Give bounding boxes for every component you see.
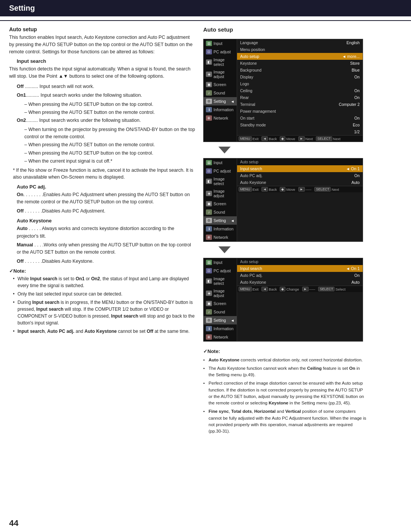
footer2-move: ◆ Move [280, 187, 295, 192]
row-page-value: 1/2 [354, 129, 360, 134]
row-inputsearch-label-3: Input search [240, 266, 262, 271]
sidebar-item-imgadj-1[interactable]: ◈ Image adjust [204, 68, 237, 80]
row-powermgmt-label: Power management [240, 109, 276, 113]
sidebar-label-screen-1: Screen [213, 82, 226, 87]
footer2-label-dashes: ----- [306, 187, 312, 192]
imgadj-icon-2: ◈ [206, 191, 212, 196]
row-inputsearch-3[interactable]: Input search ◄ On 1 [237, 265, 363, 272]
on2-sub4: – When the current input signal is cut o… [24, 158, 196, 165]
imgsel-icon-1: ◧ [206, 59, 212, 65]
sidebar-label-screen-2: Screen [213, 201, 226, 206]
sidebar-item-pc-3[interactable]: ⊡ PC adjust [204, 267, 237, 275]
panel2-section-header: Auto setup [237, 158, 363, 165]
footer-key-next-arrow: ► [298, 136, 305, 141]
screen-icon-2: ▣ [206, 201, 212, 206]
sidebar-item-pc-1[interactable]: ⊡ PC adjust [204, 48, 237, 56]
row-onstart-value: On [354, 116, 360, 120]
sidebar-label-network-2: Network [213, 235, 228, 240]
row-autosetup-label: Auto setup [240, 54, 259, 59]
sidebar-item-pc-2[interactable]: ⊡ PC adjust [204, 167, 237, 175]
row-ceiling-value: On [354, 88, 360, 93]
footer3-label-dashes: ----- [309, 287, 315, 291]
left-note-section: ✓Note: While Input search is set to On1 … [9, 268, 196, 335]
sidebar-item-network-2[interactable]: ⊕ Network [204, 233, 237, 241]
left-note-item-2: Only the last selected input source can … [13, 291, 196, 297]
sidebar-label-imgsel-2: Image select [213, 177, 234, 186]
on1-sub1: – When pressing the AUTO SETUP button on… [24, 101, 196, 108]
sidebar-item-info-1[interactable]: ℹ Information [204, 105, 237, 114]
on2-sub1: – When turning on the projector by press… [24, 126, 196, 141]
sidebar-label-imgsel-3: Image select [213, 276, 234, 286]
on2-desc: On2......... Input search works under th… [17, 117, 196, 124]
row-keystone: Keystone Store [237, 60, 363, 67]
input-icon-2: ▤ [206, 160, 212, 165]
sidebar-item-sound-2[interactable]: ♪ Sound [204, 208, 237, 216]
sidebar-item-info-3[interactable]: ℹ Information [204, 324, 237, 333]
on1-desc: On1.......... Input search works under t… [17, 92, 196, 99]
row-language-value: English [347, 40, 360, 45]
row-autokeystone-label-2: Auto Keystone [240, 180, 266, 185]
sidebar-item-screen-3[interactable]: ▣ Screen [204, 299, 237, 308]
screen-icon-3: ▣ [206, 301, 212, 306]
network-icon-2: ⊕ [206, 235, 212, 240]
row-autoadj-value-2: On [354, 173, 360, 178]
input-search-body: This function detects the input signal a… [9, 66, 196, 80]
sidebar-item-input-2[interactable]: ▤ Input [204, 158, 237, 167]
sidebar-item-setting-1[interactable]: ⚙ Setting ◄ [204, 97, 237, 105]
info-icon-1: ℹ [206, 107, 212, 112]
footer-key-select: SELECT [316, 136, 332, 141]
row-standby-value: Eco [353, 123, 360, 127]
sidebar-item-network-1[interactable]: ⊕ Network [204, 114, 237, 122]
sidebar-label-pc-2: PC adjust [213, 169, 231, 173]
auto-keystone-title: Auto Keystone [9, 218, 196, 224]
sidebar-item-input-3[interactable]: ▤ Input [204, 258, 237, 267]
pc-icon-3: ⊡ [206, 268, 212, 273]
left-note-title: ✓Note: [9, 268, 196, 274]
sidebar-item-imgsel-2[interactable]: ◧ Image select [204, 175, 237, 187]
sidebar-label-input-1: Input [213, 41, 222, 46]
row-rear: Rear On [237, 94, 363, 101]
row-keystone-label: Keystone [240, 61, 257, 66]
sidebar-item-imgadj-3[interactable]: ◈ Image adjust [204, 287, 237, 299]
sidebar-item-info-2[interactable]: ℹ Information [204, 225, 237, 233]
row-rear-value: On [354, 95, 360, 100]
row-inputsearch-2[interactable]: Input search ◄ On 1 [237, 165, 363, 172]
sidebar-label-sound-3: Sound [213, 310, 225, 314]
row-autokeystone-label-3: Auto Keystone [240, 280, 266, 284]
setting-arrow-2: ◄ [231, 219, 234, 223]
input-icon-3: ▤ [206, 260, 212, 265]
footer3-change: ◆ Change [280, 287, 299, 291]
sidebar-item-imgsel-3[interactable]: ◧ Image select [204, 275, 237, 287]
panel2-sidebar: ▤ Input ⊡ PC adjust ◧ Image select ◈ Ima… [204, 158, 237, 241]
left-note-item-1: While Input search is set to On1 or On2,… [13, 275, 196, 289]
sidebar-item-screen-1[interactable]: ▣ Screen [204, 80, 237, 89]
row-menupos: Menu position [237, 46, 363, 53]
sidebar-label-info-2: Information [213, 227, 234, 231]
row-ceiling: Ceiling On [237, 87, 363, 94]
sidebar-label-pc-1: PC adjust [213, 50, 231, 54]
sidebar-item-imgsel-1[interactable]: ◧ Image select [204, 56, 237, 68]
sidebar-item-sound-1[interactable]: ♪ Sound [204, 89, 237, 97]
row-terminal: Terminal Computer 2 [237, 101, 363, 108]
panel2-header-label: Auto setup [240, 160, 258, 164]
footer-key-back: ◄ [261, 136, 268, 141]
sidebar-item-screen-2[interactable]: ▣ Screen [204, 200, 237, 208]
footer-label-exit: Exit [253, 137, 259, 141]
sidebar-item-setting-2[interactable]: ⚙ Setting ◄ [204, 216, 237, 225]
panel3-footer: MENU Exit ◄ Back ◆ Change ► ----- [237, 286, 363, 292]
footer3-label-exit: Exit [253, 287, 259, 291]
sidebar-item-sound-3[interactable]: ♪ Sound [204, 308, 237, 316]
sidebar-item-setting-3[interactable]: ⚙ Setting ◄ [204, 316, 237, 324]
input-search-title: Input search [9, 58, 196, 64]
footer-menu-exit: MENU Exit [239, 136, 258, 141]
auto-keystone-manual: Manual . . . .Works only when pressing t… [17, 241, 196, 256]
footer2-back: ◄ Back [261, 187, 277, 192]
row-logo: Logo [237, 80, 363, 87]
sidebar-item-input-1[interactable]: ▤ Input [204, 39, 237, 48]
sidebar-item-imgadj-2[interactable]: ◈ Image adjust [204, 187, 237, 200]
sidebar-item-network-3[interactable]: ⊕ Network [204, 333, 237, 341]
sound-icon-3: ♪ [206, 309, 212, 315]
row-autosetup[interactable]: Auto setup ◄ more... [237, 53, 363, 60]
panel1-main: Language English Menu position Auto setu… [237, 39, 363, 142]
setting-arrow-1: ◄ [231, 99, 234, 104]
